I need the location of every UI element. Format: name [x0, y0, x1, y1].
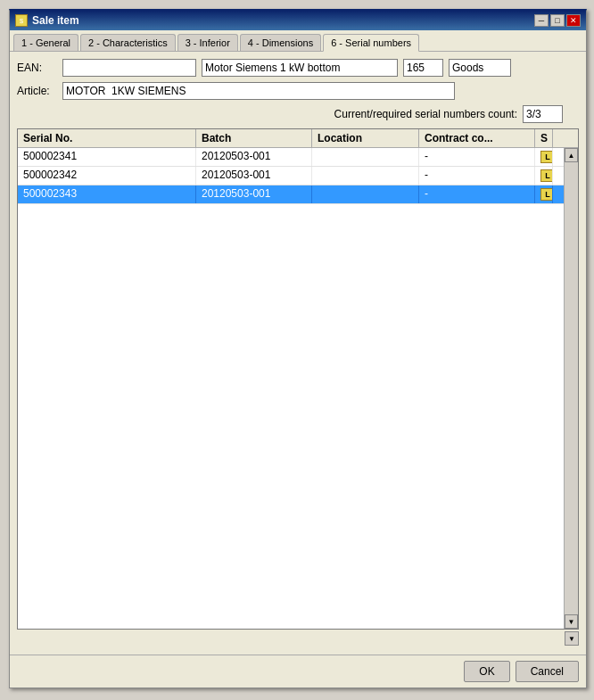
table-row[interactable]: 500002341 20120503-001 - L: [18, 148, 564, 167]
cell-location: [312, 167, 419, 185]
close-button[interactable]: ✕: [566, 14, 581, 27]
cell-serial-no: 500002343: [18, 185, 196, 203]
s-icon: L: [540, 169, 553, 182]
table-header: Serial No. Batch Location Contract co...…: [18, 129, 578, 148]
s-icon: L: [540, 188, 553, 201]
serial-count-input[interactable]: [523, 105, 563, 123]
s-icon: L: [540, 151, 553, 163]
description-input[interactable]: [202, 59, 398, 77]
cell-contract: -: [419, 148, 535, 166]
scroll-track[interactable]: [565, 162, 578, 614]
tab-characteristics[interactable]: 2 - Characteristics: [80, 34, 176, 51]
type-input[interactable]: [449, 59, 511, 77]
tab-serial-numbers[interactable]: 6 - Serial numbers: [323, 34, 419, 52]
sale-item-window: $ Sale item ─ □ ✕ 1 - General 2 - Charac…: [9, 9, 587, 688]
scroll-up-button[interactable]: ▲: [565, 148, 578, 162]
table-scrollbar[interactable]: ▲ ▼: [564, 148, 578, 629]
ean-input[interactable]: [62, 59, 196, 77]
cell-s: L: [535, 185, 553, 203]
tabs-bar: 1 - General 2 - Characteristics 3 - Infe…: [10, 30, 586, 52]
minimize-button[interactable]: ─: [534, 14, 549, 27]
cell-s: L: [535, 148, 553, 166]
ean-row: EAN:: [17, 59, 579, 77]
window-icon: $: [15, 14, 28, 27]
tab-general[interactable]: 1 - General: [13, 34, 78, 51]
table-row[interactable]: 500002342 20120503-001 - L: [18, 167, 564, 185]
maximize-button[interactable]: □: [550, 14, 565, 27]
col-header-s: S: [535, 129, 553, 147]
cell-serial-no: 500002342: [18, 167, 196, 185]
cell-location: [312, 185, 419, 203]
cell-contract: -: [419, 185, 535, 203]
cancel-button[interactable]: Cancel: [516, 661, 579, 682]
article-row: Article:: [17, 82, 579, 100]
footer-bar: OK Cancel: [10, 655, 586, 688]
serial-count-label: Current/required serial numbers count:: [334, 108, 517, 120]
cell-location: [312, 148, 419, 166]
tab-inferior[interactable]: 3 - Inferior: [177, 34, 238, 51]
table-body-area: 500002341 20120503-001 - L 500002342 201…: [18, 148, 578, 629]
article-label: Article:: [17, 85, 57, 97]
table-rows: 500002341 20120503-001 - L 500002342 201…: [18, 148, 564, 629]
scroll-down-button[interactable]: ▼: [565, 614, 578, 629]
window-title: Sale item: [32, 14, 79, 27]
serial-count-row: Current/required serial numbers count:: [17, 105, 579, 123]
serial-table: Serial No. Batch Location Contract co...…: [17, 128, 579, 630]
ok-button[interactable]: OK: [464, 661, 509, 682]
col-header-batch: Batch: [196, 129, 312, 147]
quantity-input[interactable]: [403, 59, 443, 77]
col-header-serial-no: Serial No.: [18, 129, 196, 147]
ean-label: EAN:: [17, 62, 57, 74]
col-header-contract: Contract co...: [419, 129, 535, 147]
cell-s: L: [535, 167, 553, 185]
cell-batch: 20120503-001: [196, 167, 312, 185]
title-bar: $ Sale item ─ □ ✕: [10, 11, 586, 30]
col-header-location: Location: [312, 129, 419, 147]
table-row[interactable]: 500002343 20120503-001 - L: [18, 185, 564, 204]
content-area: EAN: Article: Current/required serial nu…: [10, 52, 586, 655]
article-input[interactable]: [62, 82, 455, 100]
cell-serial-no: 500002341: [18, 148, 196, 166]
tab-dimensions[interactable]: 4 - Dimensions: [240, 34, 321, 51]
cell-batch: 20120503-001: [196, 148, 312, 166]
outer-scroll-btn[interactable]: ▼: [565, 631, 579, 646]
cell-batch: 20120503-001: [196, 185, 312, 203]
cell-contract: -: [419, 167, 535, 185]
